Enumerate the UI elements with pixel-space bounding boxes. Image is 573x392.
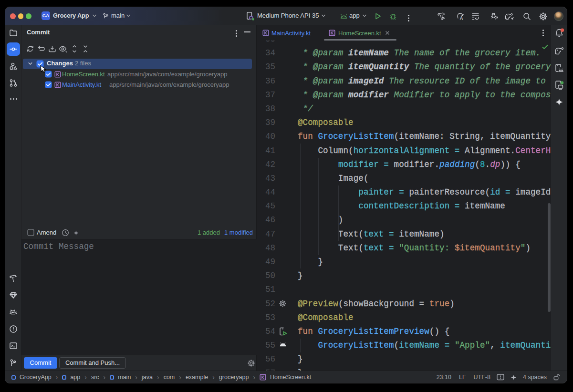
svg-text:A: A xyxy=(460,16,463,21)
